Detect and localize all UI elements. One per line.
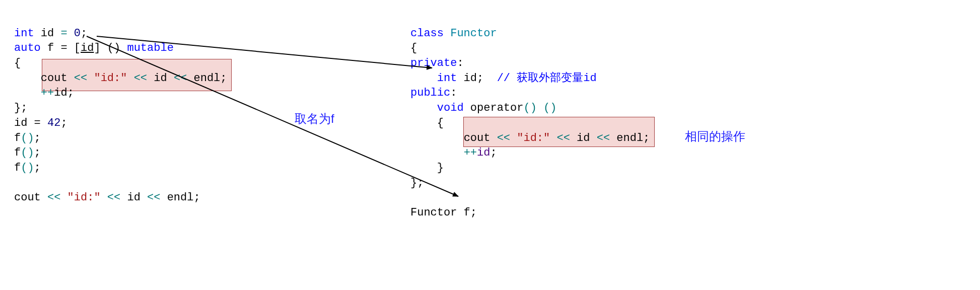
- brace: };: [14, 102, 27, 114]
- f-decl: f: [457, 206, 470, 219]
- indent: [410, 132, 464, 144]
- semi: ;: [60, 117, 67, 129]
- op: <<: [497, 132, 510, 144]
- functor-type: Functor: [410, 206, 457, 219]
- paren: (): [21, 162, 34, 174]
- cout: cout: [14, 191, 47, 204]
- semi: ;: [490, 147, 497, 159]
- annotation-same-op: 相同的操作: [685, 128, 745, 144]
- paren: (): [21, 132, 34, 144]
- kw-private: private: [410, 57, 457, 69]
- brace: {: [410, 42, 417, 54]
- kw-auto: auto: [14, 42, 41, 54]
- kw-void: void: [437, 102, 464, 114]
- semi: ;: [470, 206, 477, 219]
- txt: [34, 27, 41, 40]
- txt: f = [: [41, 42, 81, 54]
- semi: ;: [67, 87, 74, 99]
- num-zero: 0: [74, 27, 81, 40]
- colon: :: [450, 87, 457, 99]
- op: <<: [147, 191, 160, 204]
- paren: (): [21, 147, 34, 159]
- id-assign: id =: [14, 117, 47, 129]
- str: "id:": [510, 132, 556, 144]
- id: id: [477, 147, 490, 159]
- kw-public: public: [410, 87, 450, 99]
- kw-int: int: [14, 27, 34, 40]
- left-code-block: int id = 0; auto f = [id] () mutable { c…: [14, 11, 227, 205]
- class-name: Functor: [450, 27, 497, 40]
- semi: ;: [220, 72, 227, 85]
- indent: [14, 72, 41, 85]
- pp: ++: [41, 87, 54, 99]
- endl: endl: [610, 132, 643, 144]
- right-code-block: class Functor { private: int id; // 获取外部…: [410, 11, 650, 221]
- id: id: [570, 132, 597, 144]
- indent: [410, 72, 437, 85]
- semi: ;: [34, 132, 41, 144]
- endl: endl: [160, 191, 193, 204]
- capture-id: id: [81, 42, 94, 54]
- op: <<: [107, 191, 120, 204]
- id: id: [120, 191, 147, 204]
- indent: [410, 117, 437, 129]
- txt: [67, 27, 74, 40]
- cout: cout: [464, 132, 497, 144]
- semi: ;: [477, 72, 497, 85]
- indent: [410, 147, 464, 159]
- brace: };: [410, 177, 424, 189]
- op: <<: [134, 72, 147, 85]
- operator-kw: operator: [464, 102, 524, 114]
- str: "id:": [60, 191, 107, 204]
- endl: endl: [187, 72, 220, 85]
- brace: {: [14, 57, 21, 69]
- semi: ;: [81, 27, 87, 40]
- eq: =: [60, 27, 67, 40]
- id: id: [147, 72, 174, 85]
- op: <<: [597, 132, 610, 144]
- semi: ;: [193, 191, 200, 204]
- id: id: [457, 72, 477, 85]
- cout: cout: [41, 72, 74, 85]
- indent: [410, 162, 437, 174]
- paren: (): [523, 102, 536, 114]
- brace: }: [437, 162, 444, 174]
- op: <<: [556, 132, 570, 144]
- comment: // 获取外部变量id: [497, 72, 597, 85]
- colon: :: [457, 57, 463, 69]
- num: 42: [47, 117, 60, 129]
- f-call: f: [14, 147, 21, 159]
- semi: ;: [34, 162, 41, 174]
- txt: [54, 27, 60, 40]
- paren: (): [543, 102, 556, 114]
- id: id: [54, 87, 67, 99]
- f-call: f: [14, 132, 21, 144]
- sp: [537, 102, 543, 114]
- brace: {: [437, 117, 444, 129]
- kw-int: int: [437, 72, 457, 85]
- indent: [410, 102, 437, 114]
- kw-class: class: [410, 27, 450, 40]
- op: <<: [174, 72, 187, 85]
- txt: ] (): [94, 42, 127, 54]
- op: <<: [74, 72, 87, 85]
- kw-mutable: mutable: [127, 42, 173, 54]
- indent: [14, 87, 41, 99]
- annotation-named-f: 取名为f: [295, 111, 334, 127]
- pp: ++: [464, 147, 477, 159]
- semi: ;: [643, 132, 650, 144]
- f-call: f: [14, 162, 21, 174]
- str: "id:": [87, 72, 133, 85]
- op: <<: [47, 191, 60, 204]
- semi: ;: [34, 147, 41, 159]
- id: id: [41, 27, 54, 40]
